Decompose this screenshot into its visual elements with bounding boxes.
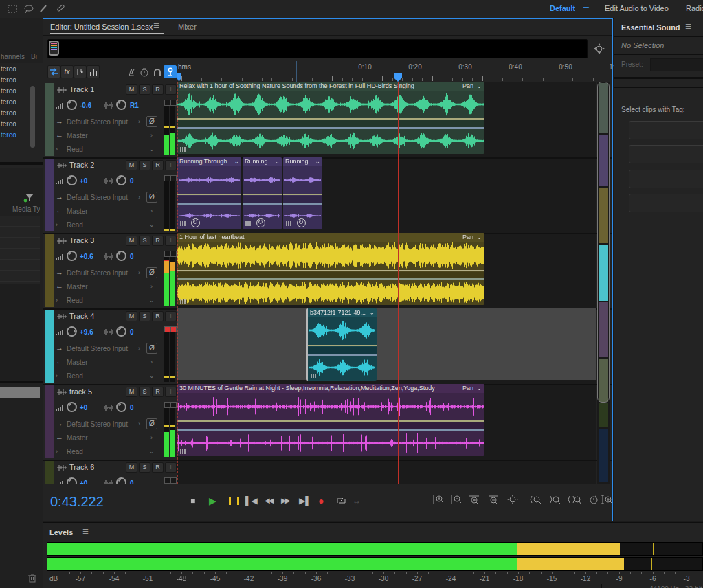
track-output-select[interactable]: Master (67, 132, 135, 139)
automation-expand-icon[interactable]: › (56, 221, 58, 228)
track-input-select[interactable]: Default Stereo Input (67, 194, 135, 201)
solo-button[interactable]: S (139, 84, 150, 95)
phase-invert-button[interactable]: Ø (146, 343, 157, 354)
track-input-select[interactable]: Default Stereo Input (67, 118, 135, 126)
pan-value[interactable]: 0 (130, 404, 134, 411)
pause-button[interactable] (229, 497, 239, 505)
phase-invert-button[interactable]: Ø (146, 116, 157, 127)
volume-knob[interactable] (67, 477, 77, 484)
pan-knob[interactable] (116, 175, 126, 185)
pan-envelope-line[interactable] (177, 127, 484, 129)
clip-gain-icon[interactable] (245, 221, 252, 226)
output-chevron-icon[interactable]: › (150, 207, 153, 214)
input-chevron-icon[interactable]: › (138, 345, 140, 352)
record-timer-icon[interactable] (137, 65, 150, 78)
phase-invert-button[interactable]: Ø (146, 267, 157, 278)
media-type-column[interactable]: Media Ty (12, 205, 40, 213)
file-row[interactable]: tereo (1, 76, 16, 84)
essential-sound-menu-icon[interactable]: ☰ (685, 23, 691, 30)
time-display[interactable]: 0:43.222 (50, 494, 104, 510)
audio-clip[interactable]: Running... ⌄ (243, 157, 282, 229)
record-arm-button[interactable]: R (152, 236, 164, 246)
record-arm-button[interactable]: R (152, 387, 164, 397)
record-button[interactable]: ● (318, 495, 324, 506)
zoom-duration-button[interactable] (586, 494, 601, 505)
track-name[interactable]: Track 4 (69, 312, 94, 320)
pan-value[interactable]: 0 (130, 253, 134, 260)
file-row[interactable]: tereo (1, 109, 16, 117)
volume-envelope-line[interactable] (177, 118, 484, 120)
clip-loop-icon[interactable] (297, 218, 306, 227)
record-arm-button[interactable]: R (152, 311, 164, 321)
file-row[interactable]: tereo (1, 65, 16, 73)
audio-clip[interactable]: Running... ⌄ (283, 157, 322, 229)
track-input-select[interactable]: Default Stereo Input (67, 269, 135, 277)
zoom-reset-button[interactable] (505, 494, 520, 505)
clip-gain-icon[interactable] (180, 221, 187, 226)
input-monitor-button[interactable]: I (165, 387, 177, 397)
clip-pan-chevron-icon[interactable]: ⌄ (476, 82, 482, 89)
volume-value[interactable]: +0.6 (80, 253, 93, 260)
automation-chevron-icon[interactable]: ⌄ (149, 146, 155, 152)
track-name[interactable]: track 5 (69, 387, 92, 396)
trash-icon[interactable] (27, 573, 37, 583)
output-chevron-icon[interactable]: › (150, 434, 153, 441)
move-tool-button[interactable] (47, 65, 60, 78)
volume-value[interactable]: +0 (80, 177, 87, 185)
workspace-default-menu-icon[interactable]: ☰ (583, 3, 590, 12)
zoom-in-time-button[interactable] (467, 494, 482, 505)
volume-envelope-line[interactable] (177, 270, 484, 271)
session-clip-thumbnail[interactable] (49, 41, 59, 56)
levels-meter-right[interactable] (47, 557, 703, 571)
zoom-out-time-button[interactable] (486, 494, 501, 505)
input-monitor-button[interactable]: I (165, 462, 177, 473)
snap-toggle-button[interactable] (164, 65, 177, 78)
zoom-to-out-point-button[interactable] (547, 494, 562, 505)
pan-knob[interactable] (116, 251, 126, 261)
clip-gain-icon[interactable] (311, 374, 317, 378)
solo-button[interactable]: S (139, 236, 150, 246)
automation-mode-select[interactable]: Read (67, 372, 135, 380)
mute-button[interactable]: M (126, 311, 137, 321)
input-chevron-icon[interactable]: › (138, 118, 140, 125)
file-row[interactable]: tereo (1, 120, 16, 128)
pan-envelope-line[interactable] (177, 429, 484, 431)
mute-button[interactable]: M (126, 84, 137, 95)
tag-slot-button[interactable] (629, 121, 703, 139)
loop-playback-icon[interactable] (336, 496, 346, 506)
file-row[interactable]: tereo (1, 87, 16, 95)
file-row[interactable]: tereo (1, 98, 16, 106)
workspace-default[interactable]: Default (550, 4, 575, 12)
pan-knob[interactable] (116, 326, 126, 337)
solo-button[interactable]: S (139, 160, 150, 170)
mute-button[interactable]: M (126, 236, 137, 246)
pan-zoom-navigator-icon[interactable] (593, 43, 605, 55)
skip-to-end-button[interactable]: ▶▌ (299, 496, 311, 506)
pan-envelope-line[interactable] (283, 203, 322, 205)
media-filter-icon[interactable] (23, 192, 36, 203)
track-input-select[interactable]: Default Stereo Input (67, 345, 135, 352)
pan-envelope-line[interactable] (177, 203, 241, 205)
automation-expand-icon[interactable]: › (56, 146, 58, 152)
monitor-input-icon[interactable] (150, 65, 164, 78)
marquee-selection-icon[interactable] (7, 3, 18, 14)
tab-editor-menu-icon[interactable]: ☰ (153, 22, 159, 30)
clip-menu-chevron-icon[interactable]: ⌄ (234, 158, 239, 165)
clip-gain-icon[interactable] (286, 221, 293, 226)
track-output-select[interactable]: Master (67, 283, 135, 291)
clip-menu-chevron-icon[interactable]: ⌄ (369, 309, 375, 316)
pan-envelope-line[interactable] (177, 278, 484, 280)
mute-button[interactable]: M (126, 462, 137, 473)
pan-knob[interactable] (116, 100, 126, 110)
input-monitor-button[interactable]: I (165, 311, 177, 321)
automation-chevron-icon[interactable]: ⌄ (149, 448, 155, 455)
brush-tool-icon[interactable] (38, 3, 49, 14)
volume-value[interactable]: +9.6 (80, 328, 93, 336)
phase-invert-button[interactable]: Ø (146, 418, 157, 429)
tag-slot-button[interactable] (629, 170, 703, 188)
volume-value[interactable]: +0 (80, 404, 87, 411)
file-row-selected[interactable]: tereo (1, 131, 16, 139)
zoom-in-amplitude-button[interactable] (431, 494, 446, 505)
spot-healing-brush-icon[interactable] (55, 3, 66, 14)
solo-button[interactable]: S (139, 387, 150, 397)
